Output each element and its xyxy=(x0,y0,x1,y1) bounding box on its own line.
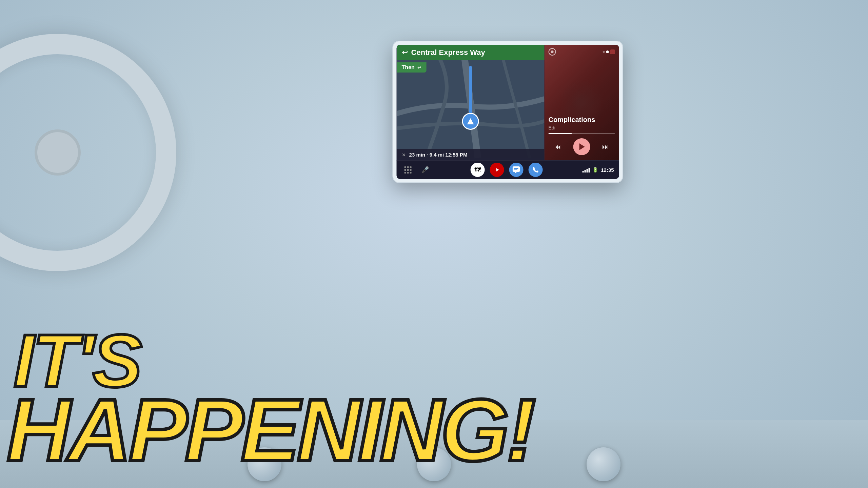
music-top-bar xyxy=(545,45,619,59)
maps-icon: 🗺 xyxy=(474,166,481,174)
android-auto-device: ↩ Central Express Way Then ↩ ✕ xyxy=(393,41,623,183)
screen-top: ↩ Central Express Way Then ↩ ✕ xyxy=(397,45,619,160)
song-title: Complications xyxy=(549,116,615,124)
device-screen: ↩ Central Express Way Then ↩ ✕ xyxy=(397,45,619,179)
play-pause-button[interactable] xyxy=(573,138,590,155)
phone-icon xyxy=(532,166,539,173)
nav-right-status: 🔋 12:35 xyxy=(582,167,614,173)
navigation-banner: ↩ Central Express Way xyxy=(397,45,545,60)
messages-icon xyxy=(513,166,520,173)
then-banner: Then ↩ xyxy=(397,62,427,73)
dot-1 xyxy=(603,51,605,53)
music-info: Complications Edi xyxy=(545,116,619,138)
eta-minutes: 23 min xyxy=(409,152,426,158)
music-options[interactable] xyxy=(603,49,615,54)
youtube-icon xyxy=(493,167,501,172)
cancel-route-icon[interactable]: ✕ xyxy=(402,152,406,158)
maps-app-button[interactable]: 🗺 xyxy=(471,163,485,177)
grid-icon xyxy=(404,166,411,174)
nav-center-apps: 🗺 xyxy=(433,163,581,177)
eta-info: 23 min · 9.4 mi 12:58 PM xyxy=(409,152,468,158)
turn-arrow-icon: ↩ xyxy=(402,48,408,57)
navigation-pointer xyxy=(462,113,479,130)
dot-3 xyxy=(610,49,615,54)
status-time: 12:35 xyxy=(601,167,614,173)
eta-distance: 9.4 mi xyxy=(430,152,444,158)
music-progress-fill xyxy=(549,133,572,134)
then-label: Then xyxy=(402,64,415,70)
svg-rect-4 xyxy=(513,166,520,172)
play-icon xyxy=(579,143,585,150)
microphone-icon: 🎤 xyxy=(421,166,429,174)
youtube-app-button[interactable] xyxy=(490,163,504,177)
dot-2 xyxy=(606,50,609,53)
music-progress-bar xyxy=(549,133,615,134)
messages-app-button[interactable] xyxy=(509,163,524,177)
map-section[interactable]: ↩ Central Express Way Then ↩ ✕ xyxy=(397,45,545,160)
navigation-bar: 🎤 🗺 xyxy=(397,160,619,179)
knob-right xyxy=(587,447,620,481)
apps-grid-button[interactable] xyxy=(402,164,414,176)
street-name: Central Express Way xyxy=(411,48,539,57)
previous-track-button[interactable]: ⏮ xyxy=(554,143,561,151)
music-section: Complications Edi ⏮ ⏭ xyxy=(545,45,619,160)
music-service-inner xyxy=(551,50,554,53)
next-track-button[interactable]: ⏭ xyxy=(602,143,609,151)
then-turn-icon: ↩ xyxy=(417,65,421,70)
signal-strength-icon xyxy=(582,167,590,172)
knob-left xyxy=(248,447,281,481)
eta-bar: ✕ 23 min · 9.4 mi 12:58 PM xyxy=(397,149,545,160)
pointer-circle xyxy=(462,113,479,130)
microphone-button[interactable]: 🎤 xyxy=(419,164,431,176)
eta-arrival-time: 12:58 PM xyxy=(445,152,467,158)
nav-left-controls: 🎤 xyxy=(402,164,431,176)
battery-icon: 🔋 xyxy=(592,167,598,172)
bottom-panel xyxy=(0,420,868,488)
song-artist: Edi xyxy=(549,125,615,130)
eta-separator1: · xyxy=(427,152,429,158)
music-controls: ⏮ ⏭ xyxy=(545,138,619,160)
knob-center xyxy=(417,447,451,481)
pointer-arrow-icon xyxy=(467,118,474,124)
music-service-icon xyxy=(549,48,556,56)
phone-app-button[interactable] xyxy=(529,163,543,177)
